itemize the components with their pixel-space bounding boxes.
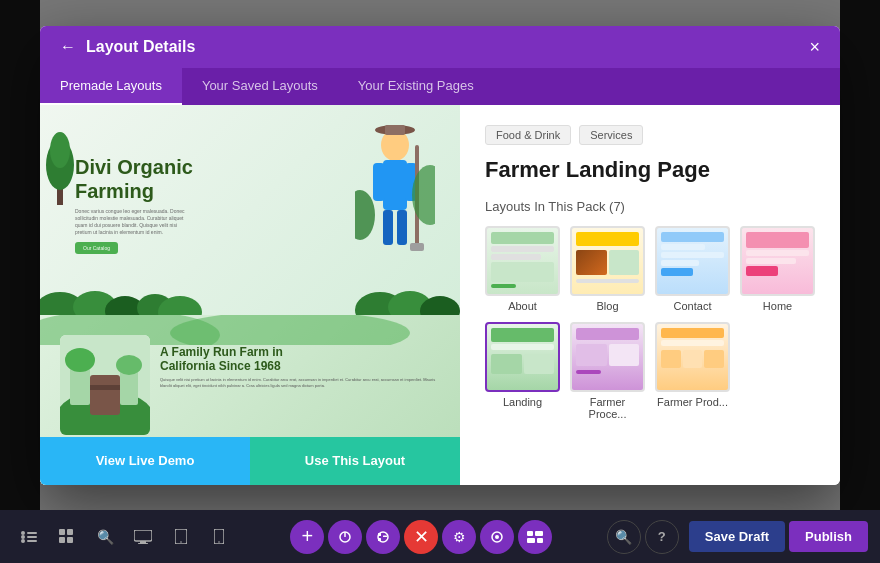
tab-saved-layouts[interactable]: Your Saved Layouts	[182, 68, 338, 105]
layout-thumb-home	[740, 226, 815, 296]
svg-rect-8	[397, 210, 407, 245]
layout-item-farmer-process[interactable]: Farmer Proce...	[570, 322, 645, 420]
modal-close-button[interactable]: ×	[809, 38, 820, 56]
view-live-demo-button[interactable]: View Live Demo	[40, 437, 250, 485]
svg-rect-58	[527, 531, 533, 536]
toolbar-power-button[interactable]	[328, 520, 362, 554]
toolbar-grid-button[interactable]	[50, 520, 84, 554]
toolbar-group-right: 🔍 ? Save Draft Publish	[607, 520, 868, 554]
layout-item-blog[interactable]: Blog	[570, 226, 645, 312]
svg-point-14	[355, 190, 375, 240]
farm-cta-button[interactable]: Our Catalog	[75, 242, 118, 254]
toolbar-layout-button[interactable]	[518, 520, 552, 554]
layout-name-landing: Landing	[485, 396, 560, 408]
svg-rect-40	[67, 529, 73, 535]
toolbar-history-button[interactable]	[366, 520, 400, 554]
save-draft-button[interactable]: Save Draft	[689, 521, 785, 552]
farm-bottom-title: A Family Run Farm inCalifornia Since 196…	[160, 345, 440, 373]
svg-point-30	[65, 348, 95, 372]
bottom-toolbar: 🔍 +	[0, 510, 880, 563]
svg-rect-55	[383, 535, 387, 537]
farmer-character-illustration	[355, 115, 435, 275]
svg-rect-7	[383, 210, 393, 245]
svg-rect-38	[27, 540, 37, 542]
tree-left-decoration	[45, 125, 75, 205]
svg-point-33	[21, 531, 25, 535]
svg-rect-60	[527, 538, 535, 543]
use-this-layout-button[interactable]: Use This Layout	[250, 437, 460, 485]
layout-item-landing[interactable]: Landing	[485, 322, 560, 420]
layout-details-modal: ← Layout Details × Premade Layouts Your …	[40, 26, 840, 485]
tab-existing-pages[interactable]: Your Existing Pages	[338, 68, 494, 105]
toolbar-menu-button[interactable]	[12, 520, 46, 554]
layout-name-contact: Contact	[655, 300, 730, 312]
layout-thumb-contact	[655, 226, 730, 296]
svg-rect-39	[59, 529, 65, 535]
preview-action-buttons: View Live Demo Use This Layout	[40, 437, 460, 485]
toolbar-tablet-button[interactable]	[164, 520, 198, 554]
preview-panel: Divi OrganicFarming Donec varius congue …	[40, 105, 460, 485]
modal-tabs: Premade Layouts Your Saved Layouts Your …	[40, 68, 840, 105]
svg-rect-43	[134, 530, 152, 541]
tag-food-drink[interactable]: Food & Drink	[485, 125, 571, 145]
svg-rect-61	[537, 538, 543, 543]
farm-description-text: Donec varius congue leo eger malesuada. …	[75, 208, 185, 236]
svg-point-32	[116, 355, 142, 375]
toolbar-help-button[interactable]: ?	[645, 520, 679, 554]
svg-rect-12	[410, 243, 424, 251]
farm-bottom-illustration	[60, 335, 150, 435]
page-title: Farmer Landing Page	[485, 157, 815, 183]
toolbar-close-button[interactable]: ✕	[404, 520, 438, 554]
tag-row: Food & Drink Services	[485, 125, 815, 145]
svg-point-35	[21, 539, 25, 543]
svg-rect-37	[27, 536, 37, 538]
layout-item-home[interactable]: Home	[740, 226, 815, 312]
svg-rect-45	[138, 543, 148, 544]
modal-overlay: ← Layout Details × Premade Layouts Your …	[0, 0, 880, 510]
farm-bottom-description: Quisque velit nisi pretium ut lacinia in…	[160, 377, 440, 389]
svg-rect-42	[67, 537, 73, 543]
svg-point-49	[218, 541, 220, 543]
svg-rect-44	[140, 541, 146, 543]
svg-rect-31	[120, 370, 138, 405]
pack-label: Layouts In This Pack (7)	[485, 199, 815, 214]
svg-rect-4	[383, 160, 407, 210]
svg-rect-5	[373, 163, 385, 201]
modal-title: Layout Details	[86, 38, 195, 56]
svg-point-24	[170, 315, 410, 345]
svg-rect-41	[59, 537, 65, 543]
modal-header: ← Layout Details ×	[40, 26, 840, 68]
layout-thumb-farmer-product	[655, 322, 730, 392]
tag-services[interactable]: Services	[579, 125, 643, 145]
preview-image: Divi OrganicFarming Donec varius congue …	[40, 105, 460, 485]
layout-item-contact[interactable]: Contact	[655, 226, 730, 312]
layout-name-farmer-product: Farmer Prod...	[655, 396, 730, 408]
farm-bottom-text-block: A Family Run Farm inCalifornia Since 196…	[160, 335, 440, 435]
svg-point-2	[50, 132, 70, 168]
svg-rect-36	[27, 532, 37, 534]
layout-item-farmer-product[interactable]: Farmer Prod...	[655, 322, 730, 420]
svg-rect-54	[378, 538, 381, 541]
back-arrow-icon[interactable]: ←	[60, 38, 76, 56]
svg-point-47	[180, 541, 182, 543]
toolbar-settings-button[interactable]: ⚙	[442, 520, 476, 554]
layout-item-about[interactable]: About	[485, 226, 560, 312]
bush-decoration-top	[40, 275, 460, 315]
layout-thumb-blog	[570, 226, 645, 296]
layout-thumb-landing	[485, 322, 560, 392]
layouts-grid: About	[485, 226, 815, 420]
layout-name-about: About	[485, 300, 560, 312]
toolbar-mobile-button[interactable]	[202, 520, 236, 554]
publish-button[interactable]: Publish	[789, 521, 868, 552]
toolbar-add-button[interactable]: +	[290, 520, 324, 554]
info-panel: Food & Drink Services Farmer Landing Pag…	[460, 105, 840, 485]
toolbar-desktop-button[interactable]	[126, 520, 160, 554]
toolbar-search-button[interactable]: 🔍	[88, 520, 122, 554]
toolbar-preview-button[interactable]	[480, 520, 514, 554]
tab-premade-layouts[interactable]: Premade Layouts	[40, 68, 182, 105]
layout-name-blog: Blog	[570, 300, 645, 312]
svg-point-57	[495, 535, 499, 539]
toolbar-search-icon-button[interactable]: 🔍	[607, 520, 641, 554]
layout-name-home: Home	[740, 300, 815, 312]
toolbar-group-center: + ✕ ⚙	[290, 520, 552, 554]
